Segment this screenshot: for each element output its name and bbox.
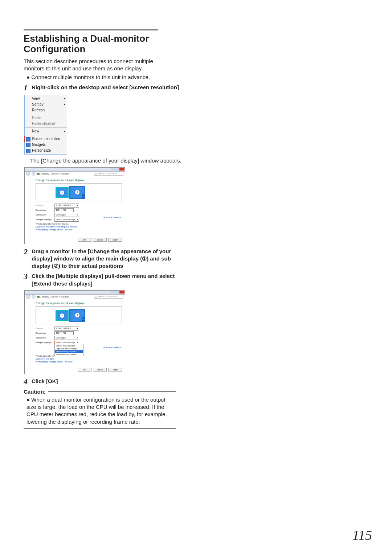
minmax-icon[interactable] bbox=[111, 168, 119, 171]
opt-extend[interactable]: Extend these displays bbox=[55, 344, 83, 347]
monitor-area[interactable]: 2 1 bbox=[36, 306, 122, 324]
display-dialog-2: 📟 « Display ▸ Screen Resolution Search C… bbox=[24, 290, 125, 374]
caution-text: ● When a dual-monitor configuration is u… bbox=[26, 396, 175, 426]
monitor-2[interactable]: 2 bbox=[56, 310, 69, 321]
dlg2-titlebar bbox=[25, 291, 125, 295]
ctx-refresh[interactable]: Refresh bbox=[25, 107, 67, 113]
step-4-num: 4 bbox=[24, 378, 32, 386]
search-input[interactable]: Search Control Panel bbox=[94, 172, 123, 176]
orientation-combo[interactable]: Landscape bbox=[54, 213, 79, 217]
ctx-screen-resolution[interactable]: Screen resolution bbox=[24, 136, 67, 142]
step-1: 1 Right-click on the desktop and select … bbox=[24, 84, 180, 92]
close-icon[interactable] bbox=[119, 291, 124, 294]
pre-bullet-text: Connect multiple monitors to this unit i… bbox=[31, 74, 150, 80]
caution-bottom-rule bbox=[24, 428, 176, 429]
link-larger[interactable]: Make text and othe bbox=[36, 358, 122, 360]
step-1-text: Right-click on the desktop and select [S… bbox=[32, 84, 180, 92]
lbl-display: Display: bbox=[36, 204, 54, 206]
lbl-resolution: Resolution: bbox=[36, 332, 54, 334]
opt-only2[interactable]: Show desktop only on 2 bbox=[55, 353, 83, 356]
dlg2-nav: 📟 « Display ▸ Screen Resolution Search C… bbox=[25, 295, 125, 299]
breadcrumb[interactable]: 📟 « Display ▸ Screen Resolution bbox=[37, 172, 69, 175]
back-icon[interactable] bbox=[26, 172, 30, 176]
dlg-heading: Change the appearance of your displays bbox=[36, 301, 122, 305]
back-icon[interactable] bbox=[26, 295, 30, 299]
dlg1-nav: 📟 « Display ▸ Screen Resolution Search C… bbox=[25, 172, 125, 176]
resolution-combo[interactable]: 1024 × 768 bbox=[54, 208, 74, 212]
caution-body: When a dual-monitor configuration is use… bbox=[26, 397, 167, 425]
display-dialog-1: 📟 « Display ▸ Screen Resolution Search C… bbox=[24, 167, 125, 244]
ctx-paste: Paste bbox=[25, 115, 67, 121]
context-menu: View Sort by Refresh Paste Paste shortcu… bbox=[24, 95, 67, 155]
dlg1-titlebar bbox=[25, 168, 125, 172]
caution-header: Caution: bbox=[24, 389, 176, 395]
monitor-2[interactable]: 2 bbox=[56, 187, 69, 198]
page-title: Establishing a Dual-monitor Configuratio… bbox=[24, 33, 176, 54]
opt-duplicate[interactable]: Duplicate these displays bbox=[55, 347, 83, 350]
ctx-gadgets[interactable]: Gadgets bbox=[25, 142, 67, 148]
search-input[interactable]: Search Control Panel bbox=[94, 295, 123, 299]
forward-icon[interactable] bbox=[32, 295, 36, 299]
monitor-1[interactable]: 1 bbox=[69, 186, 85, 199]
pre-bullet: ● Connect multiple monitors to this unit… bbox=[26, 74, 172, 80]
ok-button[interactable]: OK bbox=[78, 368, 91, 372]
link-advanced[interactable]: Advanced settings bbox=[103, 346, 121, 348]
breadcrumb[interactable]: 📟 « Display ▸ Screen Resolution bbox=[37, 295, 69, 298]
section-rule bbox=[24, 29, 158, 30]
step-4: 4 Click [OK] bbox=[24, 378, 180, 386]
lbl-orientation: Orientation: bbox=[36, 337, 54, 339]
step-2-num: 2 bbox=[24, 248, 32, 270]
orientation-combo[interactable]: Landscape bbox=[54, 336, 79, 340]
ctx-new[interactable]: New bbox=[25, 128, 67, 134]
step-4-text: Click [OK] bbox=[32, 378, 180, 386]
step-1-num: 1 bbox=[24, 84, 32, 92]
step-2-text: Drag a monitor in the [Change the appear… bbox=[32, 248, 180, 270]
link-what[interactable]: What display settings should I choose? bbox=[36, 229, 122, 231]
caution-label: Caution: bbox=[24, 389, 46, 395]
apply-button[interactable]: Apply bbox=[108, 368, 122, 372]
display-combo[interactable]: 1. DELL E177FP bbox=[54, 204, 79, 208]
post-ctx-caption: The [Change the appearance of your displ… bbox=[30, 157, 204, 164]
ctx-view[interactable]: View bbox=[25, 96, 67, 102]
page-number: 115 bbox=[352, 527, 372, 543]
intro-text: This section describes procedures to con… bbox=[24, 58, 169, 73]
lbl-multiple: Multiple displays: bbox=[36, 218, 54, 221]
monitor-area[interactable]: 2 1 bbox=[36, 183, 122, 201]
monitor-1[interactable]: 1 bbox=[69, 309, 85, 322]
lbl-orientation: Orientation: bbox=[36, 214, 54, 216]
cancel-button[interactable]: Cancel bbox=[93, 368, 107, 372]
link-advanced[interactable]: Advanced settings bbox=[103, 216, 121, 218]
dlg-heading: Change the appearance of your displays bbox=[36, 178, 122, 182]
forward-icon[interactable] bbox=[32, 172, 36, 176]
multiple-combo[interactable]: Extend these displays bbox=[54, 218, 79, 222]
ok-button[interactable]: OK bbox=[78, 238, 91, 242]
link-what[interactable]: What display settings should I choose? bbox=[36, 361, 122, 363]
resolution-combo[interactable]: 1024 × 768 bbox=[54, 331, 74, 335]
step-3-num: 3 bbox=[24, 272, 32, 287]
lbl-resolution: Resolution: bbox=[36, 209, 54, 211]
lbl-multiple: Multiple displays: bbox=[36, 341, 54, 344]
apply-button[interactable]: Apply bbox=[108, 238, 122, 242]
ctx-sortby[interactable]: Sort by bbox=[25, 102, 67, 107]
multiple-dropdown[interactable]: Extend these displays Duplicate these di… bbox=[54, 344, 83, 356]
display-combo[interactable]: 1. DELL E177FP bbox=[54, 327, 79, 331]
opt-only1[interactable]: Show desktop only on 1 bbox=[55, 350, 83, 353]
step-3-text: Click the [Multiple displays] pull-down … bbox=[32, 272, 180, 287]
step-2: 2 Drag a monitor in the [Change the appe… bbox=[24, 248, 180, 270]
lbl-display: Display: bbox=[36, 327, 54, 329]
ctx-personalize[interactable]: Personalize bbox=[25, 148, 67, 153]
link-larger[interactable]: Make text and other items larger or smal… bbox=[36, 226, 122, 228]
main-display-note: This is currently your main display. bbox=[36, 223, 122, 225]
step-3: 3 Click the [Multiple displays] pull-dow… bbox=[24, 272, 180, 287]
ctx-paste-shortcut: Paste shortcut bbox=[25, 121, 67, 127]
close-icon[interactable] bbox=[119, 168, 124, 171]
minmax-icon[interactable] bbox=[111, 291, 119, 294]
cancel-button[interactable]: Cancel bbox=[93, 238, 107, 242]
